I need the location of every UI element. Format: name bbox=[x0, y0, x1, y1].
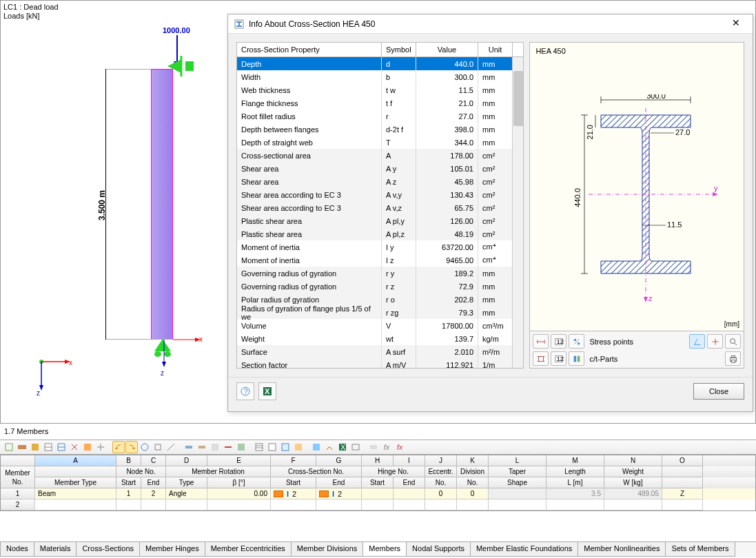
tb-btn-5[interactable] bbox=[55, 441, 68, 453]
property-row[interactable]: VolumeV17800.00cm³/m bbox=[237, 319, 523, 332]
property-row[interactable]: Shear area according to EC 3A v,y130.43c… bbox=[237, 188, 523, 201]
property-row[interactable]: Cross-sectional areaA178.00cm² bbox=[237, 149, 523, 162]
axis-y-button[interactable] bbox=[689, 334, 705, 349]
tb-btn-13[interactable] bbox=[165, 441, 177, 453]
property-row[interactable]: Plastic shear areaA pl,y126.00cm² bbox=[237, 214, 523, 227]
property-row[interactable]: Depthd440.0mm bbox=[237, 57, 523, 70]
grid-data-row-1[interactable]: 1 Beam 1 2 Angle 0.00 I2 I2 0 0 3.5 489.… bbox=[1, 488, 755, 499]
ct-parts-button[interactable] bbox=[569, 351, 584, 366]
tb-btn-4[interactable] bbox=[42, 441, 54, 453]
tb-btn-2[interactable] bbox=[16, 441, 28, 453]
tab-sets-of-members[interactable]: Sets of Members bbox=[665, 542, 735, 557]
dialog-titlebar[interactable]: Info About Cross-Section HEA 450 ✕ bbox=[228, 14, 753, 34]
values-toggle-button[interactable]: 12 bbox=[551, 334, 566, 349]
tb-btn-26[interactable] bbox=[349, 441, 362, 453]
svg-rect-77 bbox=[282, 444, 289, 451]
property-row[interactable]: Section factorA m/V112.9211/m bbox=[237, 358, 523, 368]
preview-toolbar: 12 Stress points 12 c/t-Parts bbox=[529, 331, 744, 369]
close-button[interactable]: Close bbox=[693, 383, 744, 400]
tb-btn-7[interactable] bbox=[81, 441, 94, 453]
svg-rect-68 bbox=[155, 444, 161, 450]
dimension-toggle-button[interactable] bbox=[533, 334, 549, 349]
property-row[interactable]: Weightwt139.7kg/m bbox=[237, 332, 523, 345]
tb-excel-button[interactable]: X bbox=[336, 441, 349, 453]
tb-btn-14[interactable] bbox=[183, 441, 195, 453]
axis-yz-button[interactable] bbox=[707, 334, 723, 349]
property-row[interactable]: Shear areaA z45.98cm² bbox=[237, 175, 523, 188]
tab-members[interactable]: Members bbox=[362, 542, 407, 557]
property-row[interactable]: Web thicknesst w11.5mm bbox=[237, 83, 523, 96]
property-row[interactable]: Flange thicknesst f21.0mm bbox=[237, 96, 523, 110]
property-row[interactable]: Depth between flangesd-2t f398.0mm bbox=[237, 123, 523, 136]
tb-btn-8[interactable] bbox=[94, 441, 107, 453]
property-row[interactable]: Shear areaA y105.01cm² bbox=[237, 162, 523, 175]
excel-export-button[interactable]: X bbox=[258, 382, 276, 400]
tb-btn-15[interactable] bbox=[196, 441, 208, 453]
tb-btn-22[interactable] bbox=[292, 441, 305, 453]
property-row[interactable]: Moment of inertiaI y63720.00cm⁴ bbox=[237, 240, 523, 254]
svg-rect-70 bbox=[198, 446, 205, 448]
i-section-icon: I bbox=[332, 488, 334, 499]
tb-btn-21[interactable] bbox=[279, 441, 292, 453]
property-row[interactable]: Governing radius of gyrationr z72.9mm bbox=[237, 280, 523, 293]
tab-member-elastic-foundations[interactable]: Member Elastic Foundations bbox=[470, 542, 578, 557]
tb-btn-19[interactable] bbox=[253, 441, 265, 453]
tab-materials[interactable]: Materials bbox=[34, 542, 77, 557]
svg-rect-73 bbox=[256, 444, 263, 451]
preview-canvas[interactable]: HEA 450 300.0 bbox=[529, 42, 744, 331]
svg-rect-55 bbox=[731, 355, 735, 358]
tab-nodes[interactable]: Nodes bbox=[0, 542, 34, 557]
beam-member[interactable] bbox=[151, 69, 173, 340]
property-row[interactable]: Plastic shear areaA pl,z48.19cm² bbox=[237, 227, 523, 240]
help-button[interactable]: ? bbox=[236, 382, 254, 400]
property-row[interactable]: Widthb300.0mm bbox=[237, 70, 523, 83]
tb-btn-12[interactable] bbox=[152, 441, 164, 453]
tb-btn-11[interactable] bbox=[139, 441, 151, 453]
tb-btn-3[interactable] bbox=[29, 441, 41, 453]
svg-rect-53 bbox=[578, 355, 580, 362]
property-row[interactable]: Root fillet radiusr27.0mm bbox=[237, 110, 523, 123]
tb-undo-button[interactable] bbox=[112, 441, 125, 453]
svg-text:X: X bbox=[340, 443, 346, 451]
tb-fx-button[interactable]: fx bbox=[380, 441, 393, 453]
ct-dim-button[interactable] bbox=[533, 351, 549, 366]
property-row[interactable]: Moment of inertiaI z9465.00cm⁴ bbox=[237, 254, 523, 267]
stress-points-button[interactable] bbox=[569, 334, 584, 349]
tab-member-divisions[interactable]: Member Divisions bbox=[291, 542, 363, 557]
cs-color-icon bbox=[319, 490, 329, 497]
tb-btn-23[interactable] bbox=[310, 441, 323, 453]
tb-btn-18[interactable] bbox=[235, 441, 247, 453]
svg-rect-20 bbox=[238, 21, 240, 27]
tb-btn-20[interactable] bbox=[266, 441, 278, 453]
tb-btn-17[interactable] bbox=[222, 441, 234, 453]
tb-fx2-button[interactable]: fx bbox=[394, 441, 406, 453]
svg-rect-62 bbox=[18, 445, 26, 449]
property-table-header: Cross-Section Property Symbol Value Unit bbox=[237, 43, 523, 57]
tab-member-nonlinearities[interactable]: Member Nonlinearities bbox=[578, 542, 666, 557]
tb-btn-27[interactable] bbox=[367, 441, 380, 453]
dialog-close-button[interactable]: ✕ bbox=[725, 17, 747, 31]
zoom-button[interactable] bbox=[725, 334, 741, 349]
property-row[interactable]: Depth of straight webT344.0mm bbox=[237, 136, 523, 149]
tb-btn-1[interactable] bbox=[3, 441, 15, 453]
grid-sub-row: Member Type Start End Type β [°] Start E… bbox=[1, 477, 755, 488]
tab-nodal-supports[interactable]: Nodal Supports bbox=[406, 542, 471, 557]
print-button[interactable] bbox=[725, 351, 741, 366]
property-table[interactable]: Cross-Section Property Symbol Value Unit… bbox=[236, 42, 524, 369]
scrollbar[interactable] bbox=[512, 57, 523, 368]
tab-cross-sections[interactable]: Cross-Sections bbox=[76, 542, 140, 557]
property-row[interactable]: Radius of gyration of flange plus 1/5 of… bbox=[237, 306, 523, 319]
tb-btn-6[interactable] bbox=[68, 441, 81, 453]
tb-redo-button[interactable] bbox=[125, 441, 138, 453]
ct-values-button[interactable]: 12 bbox=[551, 351, 566, 366]
tb-btn-24[interactable] bbox=[323, 441, 336, 453]
tab-member-eccentricities[interactable]: Member Eccentricities bbox=[205, 542, 292, 557]
grid-data-row-2[interactable]: 2 bbox=[1, 499, 755, 510]
svg-text:?: ? bbox=[244, 387, 248, 395]
members-grid[interactable]: A B C D E F G H I J K L M N O MemberNo. … bbox=[0, 455, 756, 511]
tb-btn-16[interactable] bbox=[209, 441, 221, 453]
property-row[interactable]: Governing radius of gyrationr y189.2mm bbox=[237, 267, 523, 280]
property-row[interactable]: Shear area according to EC 3A v,z65.75cm… bbox=[237, 201, 523, 214]
property-row[interactable]: SurfaceA surf2.010m²/m bbox=[237, 345, 523, 358]
tab-member-hinges[interactable]: Member Hinges bbox=[139, 542, 205, 557]
